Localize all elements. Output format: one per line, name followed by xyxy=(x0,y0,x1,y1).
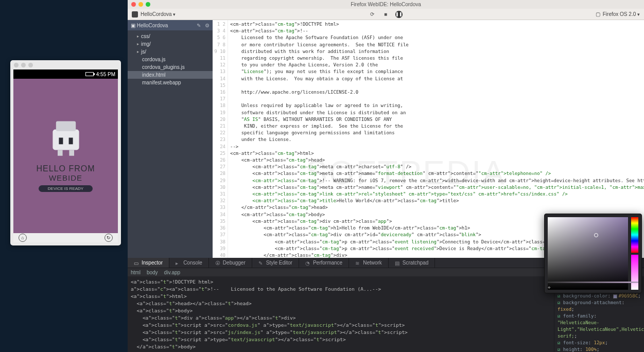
svg-rect-1 xyxy=(56,121,75,131)
tree-file[interactable]: cordova_plugins.js xyxy=(128,63,213,71)
svg-rect-0 xyxy=(53,129,79,150)
project-icon xyxy=(132,11,138,17)
hue-slider[interactable] xyxy=(631,217,638,253)
window-controls[interactable] xyxy=(128,2,154,7)
battery-icon xyxy=(85,72,94,76)
devtools-tab-style-editor[interactable]: ✎Style Editor xyxy=(252,258,299,268)
project-sidebar: ▣ HelloCordova ✎⚙ ▸css/▸img/▸js/cordova.… xyxy=(128,20,213,258)
ide-window: Firefox WebIDE: HelloCordova HelloCordov… xyxy=(128,0,644,352)
devtools-tab-console[interactable]: ▸Console xyxy=(169,258,209,268)
phone-statusbar: 4:55 PM xyxy=(13,69,118,79)
tree-folder[interactable]: ▸img/ xyxy=(128,40,213,48)
pause-button[interactable]: ❚❚ xyxy=(395,11,403,18)
sidebar-header: ▣ HelloCordova ✎⚙ xyxy=(128,20,213,30)
refresh-button[interactable]: ⟳ xyxy=(369,11,376,18)
tree-folder[interactable]: ▸css/ xyxy=(128,32,213,40)
cordova-robot-icon xyxy=(45,120,86,159)
gear-icon[interactable]: ⚙ xyxy=(205,23,210,28)
sim-window-buttons xyxy=(10,60,121,70)
breadcrumb-item[interactable]: html xyxy=(131,270,141,275)
home-button[interactable]: ⌂ xyxy=(19,234,27,242)
phone-screen: 4:55 PM HELLO FROM WEBIDE DEVICE IS READ… xyxy=(13,69,118,242)
app-heading-line2: WEBIDE xyxy=(49,173,82,182)
file-tree[interactable]: ▸css/▸img/▸js/cordova.jscordova_plugins.… xyxy=(128,30,213,89)
dom-inspector[interactable]: <a">class="t">!DOCTYPE html> a">class="c… xyxy=(128,276,554,352)
sidebar-project-name: HelloCordova xyxy=(137,23,168,28)
svg-rect-2 xyxy=(59,137,63,144)
window-title: Firefox WebIDE: HelloCordova xyxy=(128,2,644,7)
stop-button[interactable]: ■ xyxy=(382,11,389,18)
tree-file[interactable]: manifest.webapp xyxy=(128,79,213,86)
eyedropper-icon[interactable]: ⌖ xyxy=(548,285,554,291)
breadcrumb-item[interactable]: div.app xyxy=(164,270,181,275)
picker-cursor[interactable] xyxy=(594,233,598,237)
project-dropdown[interactable]: HelloCordova ▾ xyxy=(141,11,176,17)
svg-rect-4 xyxy=(58,150,63,155)
statusbar-time: 4:55 PM xyxy=(96,72,115,77)
app-heading-line1: HELLO FROM xyxy=(36,164,95,173)
wrench-icon[interactable]: ✎ xyxy=(197,23,201,28)
reload-button[interactable]: ↻ xyxy=(105,234,113,242)
simulator-window: 4:55 PM HELLO FROM WEBIDE DEVICE IS READ… xyxy=(10,60,121,245)
line-gutter: 1 2 3 4 5 6 7 8 9 10 11 12 13 14 15 16 1… xyxy=(213,20,228,258)
titlebar: Firefox WebIDE: HelloCordova xyxy=(128,0,644,9)
tree-folder[interactable]: ▸js/ xyxy=(128,48,213,56)
runtime-dropdown[interactable]: Firefox OS 2.0 ▾ xyxy=(603,11,640,17)
devtools-tab-network[interactable]: ≋Network xyxy=(349,258,389,268)
devtools-tab-debugger[interactable]: ⦿Debugger xyxy=(209,258,252,268)
device-ready-badge: DEVICE IS READY xyxy=(39,185,93,192)
chevron-down-icon: ▾ xyxy=(637,12,640,17)
app-viewport: HELLO FROM WEBIDE DEVICE IS READY xyxy=(13,79,118,233)
runtime-icon: ▢ xyxy=(596,11,600,17)
devtools-tab-scratchpad[interactable]: ▤Scratchpad xyxy=(389,258,436,268)
tree-file[interactable]: cordova.js xyxy=(128,56,213,63)
devtools-tab-performance[interactable]: ◔Performance xyxy=(299,258,349,268)
saturation-field[interactable] xyxy=(548,217,628,290)
tree-file[interactable]: index.html xyxy=(128,71,213,79)
devtools-tab-inspector[interactable]: ▭Inspector xyxy=(128,258,169,268)
toolbar: HelloCordova ▾ ⟳ ■ ❚❚ ▢ Firefox OS 2.0 ▾ xyxy=(128,9,644,20)
breadcrumb-item[interactable]: body xyxy=(147,270,158,275)
lightness-slider[interactable] xyxy=(548,281,638,283)
svg-rect-3 xyxy=(68,137,73,144)
phone-softkeys: ⌂ ↻ xyxy=(13,233,118,242)
svg-rect-5 xyxy=(69,150,74,155)
color-picker-popup[interactable]: ⌖ xyxy=(544,214,642,293)
